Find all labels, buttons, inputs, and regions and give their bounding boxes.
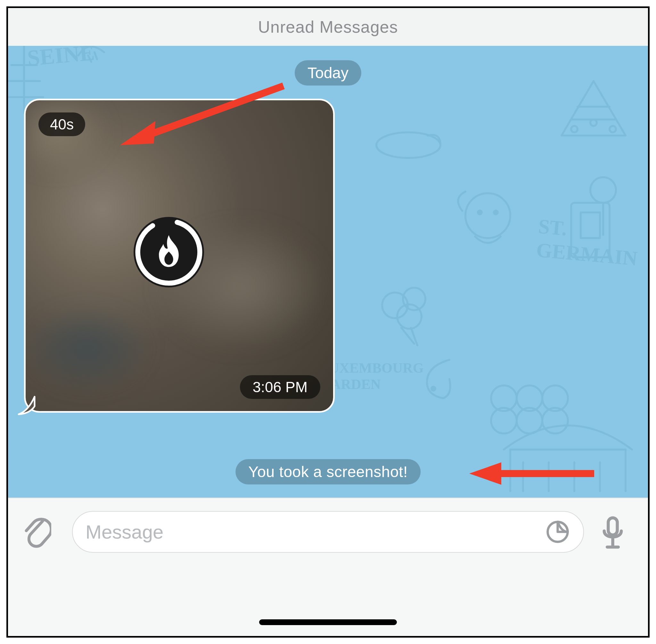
message-timestamp: 3:06 PM <box>253 379 307 395</box>
svg-point-4 <box>465 193 510 238</box>
svg-point-3 <box>610 126 616 132</box>
message-input-placeholder: Message <box>86 521 545 543</box>
date-separator-pill: Today <box>295 60 361 86</box>
message-composer-bar: Message <box>8 498 648 636</box>
annotation-arrow-2 <box>466 459 601 488</box>
svg-marker-24 <box>469 462 501 485</box>
chat-area[interactable]: SEINE ST.GERMAIN LUXEMBOURGGARDEN Today … <box>8 46 648 498</box>
sticker-icon[interactable] <box>545 519 570 545</box>
svg-point-2 <box>590 119 597 126</box>
svg-point-1 <box>571 126 578 132</box>
message-timestamp-badge: 3:06 PM <box>240 375 320 399</box>
svg-point-12 <box>590 177 616 203</box>
svg-point-0 <box>376 132 440 158</box>
svg-point-5 <box>478 210 482 214</box>
svg-marker-22 <box>120 121 155 145</box>
date-separator-label: Today <box>307 64 349 82</box>
self-destruct-timer-value: 40s <box>50 116 74 133</box>
annotation-arrow-1 <box>111 79 290 150</box>
svg-line-21 <box>143 86 283 137</box>
microphone-icon[interactable] <box>597 518 629 550</box>
attachment-icon[interactable] <box>21 516 53 548</box>
system-message-pill: You took a screenshot! <box>235 459 421 484</box>
svg-rect-26 <box>608 518 617 535</box>
unread-messages-bar: Unread Messages <box>8 8 648 46</box>
unread-messages-label: Unread Messages <box>258 17 398 37</box>
app-frame: Unread Messages SEINE ST.GERMAIN LUXEMBO… <box>6 6 650 638</box>
home-indicator[interactable] <box>259 619 397 625</box>
message-input[interactable]: Message <box>72 511 584 553</box>
system-message-text: You took a screenshot! <box>248 463 408 480</box>
self-destruct-timer-badge: 40s <box>39 112 85 136</box>
flame-icon[interactable] <box>134 217 204 288</box>
svg-point-13 <box>431 387 435 391</box>
svg-point-6 <box>494 210 498 214</box>
